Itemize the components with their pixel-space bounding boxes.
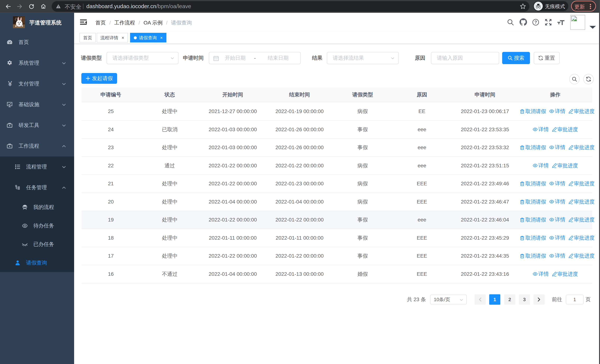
svg-text:?: ?	[534, 20, 537, 25]
